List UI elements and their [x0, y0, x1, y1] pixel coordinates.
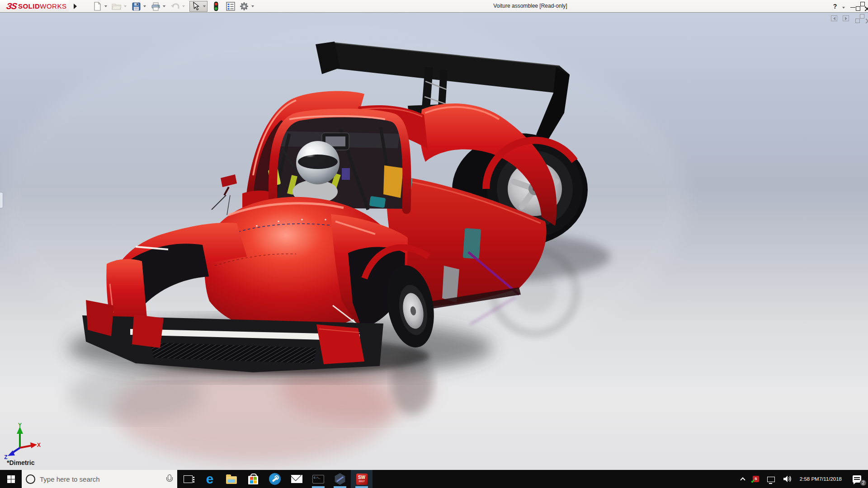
print-dropdown[interactable] [161, 1, 167, 12]
triad-x-label: X [37, 442, 41, 448]
help-dropdown[interactable] [842, 2, 845, 10]
car-3d-render [0, 13, 868, 470]
taskbar-store[interactable] [242, 470, 264, 488]
search-placeholder: Type here to search [40, 475, 161, 483]
hexagon-icon [334, 473, 346, 485]
save-floppy-icon [132, 2, 141, 11]
solidworks-logo-icon: ЗS [5, 1, 17, 11]
view-orientation-label: *Dimetric [7, 459, 34, 466]
clock-date: 7/11/2018 [819, 476, 842, 483]
network-monitor-icon [767, 477, 775, 482]
wrench-circle-icon [269, 473, 281, 485]
taskbar-edge[interactable]: e [199, 470, 221, 488]
edge-icon: e [206, 472, 214, 486]
options-button[interactable] [238, 1, 250, 12]
taskbar-hexagon-tool[interactable] [329, 470, 351, 488]
helmet-visor [298, 155, 338, 169]
new-document-button[interactable] [91, 1, 103, 12]
previous-icon [833, 17, 835, 20]
taskbar-command-prompt[interactable]: C:\_ [307, 470, 329, 488]
tray-network[interactable] [764, 470, 778, 488]
cockpit [268, 113, 412, 210]
minimize-icon [850, 7, 855, 8]
tray-show-hidden-button[interactable] [738, 470, 748, 488]
new-document-icon [93, 2, 102, 11]
system-tray: S 2:58 PM 7/11/2018 2 [738, 470, 868, 488]
open-button[interactable] [111, 1, 123, 12]
open-dropdown[interactable] [123, 1, 128, 12]
tray-volume[interactable] [780, 470, 795, 488]
brand-name-light: WORKS [40, 2, 66, 10]
save-button[interactable] [130, 1, 142, 12]
new-document-dropdown[interactable] [103, 1, 108, 12]
mail-icon [291, 475, 302, 483]
app-title-bar: ЗS SOLIDWORKS [0, 0, 868, 13]
open-folder-icon [112, 2, 122, 10]
tray-clock[interactable]: 2:58 PM 7/11/2018 [797, 470, 844, 488]
windows-logo-icon [7, 475, 15, 483]
task-view-icon [184, 475, 193, 483]
start-button[interactable] [0, 470, 22, 488]
doc-next-button[interactable] [843, 15, 849, 21]
file-explorer-icon [226, 476, 237, 484]
display-pane-button[interactable] [225, 1, 236, 12]
next-icon [845, 17, 847, 20]
store-icon [248, 476, 258, 484]
taskbar-search-input[interactable]: Type here to search [22, 470, 177, 488]
help-button[interactable]: ? [832, 3, 838, 10]
tray-solidworks-status[interactable]: S [750, 470, 762, 488]
printer-icon [151, 2, 160, 11]
microphone-icon[interactable] [165, 474, 173, 484]
print-button[interactable] [150, 1, 161, 12]
undo-dropdown[interactable] [181, 1, 186, 12]
select-tool-button[interactable] [189, 1, 208, 12]
notification-badge: 2 [860, 479, 867, 486]
doc-previous-button[interactable] [831, 15, 837, 21]
solidworks-app-icon: SW2017 [356, 474, 368, 485]
select-tool-dropdown[interactable] [202, 1, 207, 12]
traffic-light-icon [213, 1, 219, 11]
undo-button[interactable] [169, 1, 181, 12]
triad-z-label: Z [4, 454, 7, 459]
play-arrow-icon [74, 4, 77, 9]
taskbar-file-explorer[interactable] [221, 470, 242, 488]
chevron-up-icon [740, 477, 745, 482]
undo-arrow-icon [170, 2, 180, 10]
window-title: Voiture assomblee [Read-only] [465, 3, 596, 9]
taskbar-mail[interactable] [286, 470, 307, 488]
task-view-button[interactable] [177, 470, 199, 488]
traffic-light-button[interactable] [210, 1, 222, 12]
window-controls: ? [832, 0, 864, 12]
solidworks-check-icon: S [753, 476, 759, 482]
menu-expand-button[interactable] [71, 1, 79, 11]
display-pane-icon [226, 2, 235, 11]
gear-icon [240, 2, 249, 11]
save-dropdown[interactable] [142, 1, 147, 12]
solidworks-logo: ЗS SOLIDWORKS [0, 0, 69, 12]
graphics-viewport[interactable]: Y X Z *Dimetric [0, 13, 868, 470]
clock-time: 2:58 PM [800, 476, 819, 483]
taskbar-solidworks[interactable]: SW2017 [351, 470, 373, 488]
brand-name-bold: SOLID [18, 2, 40, 10]
speaker-icon [783, 475, 792, 483]
command-prompt-icon: C:\_ [312, 475, 324, 483]
cortana-icon [26, 474, 35, 484]
action-center-button[interactable]: 2 [846, 470, 867, 488]
windows-taskbar: Type here to search e C:\_ SW2017 S 2:58… [0, 470, 868, 488]
taskbar-settings-tool[interactable] [264, 470, 286, 488]
document-window-controls [831, 15, 865, 21]
cursor-arrow-icon [192, 2, 200, 11]
options-dropdown[interactable] [250, 1, 255, 12]
orientation-triad: Y X Z [2, 423, 42, 459]
triad-y-label: Y [18, 423, 22, 428]
main-toolbar [91, 1, 258, 12]
minimize-button[interactable] [849, 5, 856, 8]
